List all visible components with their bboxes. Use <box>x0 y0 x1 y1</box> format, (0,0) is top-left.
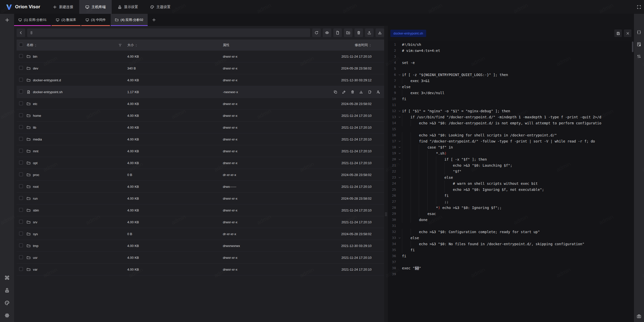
select-all-checkbox[interactable] <box>19 43 23 47</box>
fold-chevron-icon[interactable] <box>397 144 402 150</box>
sort-icon[interactable] <box>369 44 372 47</box>
upload-button[interactable] <box>365 28 374 37</box>
camera-icon[interactable] <box>637 314 641 318</box>
row-checkbox[interactable] <box>19 184 23 188</box>
row-checkbox[interactable] <box>19 161 23 164</box>
fold-chevron-icon[interactable] <box>397 138 402 144</box>
row-checkbox[interactable] <box>19 196 23 200</box>
file-row-bin[interactable]: bin4.00 KBdrwxr-xr-x2021-11-24 17:20:10 <box>17 51 384 62</box>
gear-icon[interactable] <box>5 313 10 318</box>
file-row-home[interactable]: home4.00 KBdrwxr-xr-x2021-11-24 17:20:10 <box>17 110 384 122</box>
sidebar-new-button[interactable] <box>0 14 14 26</box>
row-checkbox[interactable] <box>19 149 23 153</box>
move-icon[interactable] <box>368 90 372 94</box>
command-icon[interactable] <box>5 275 10 280</box>
sort-icon[interactable] <box>135 44 138 47</box>
file-row-var[interactable]: var4.00 KBdrwxr-xr-x2021-11-24 17:20:10 <box>17 264 384 275</box>
terminal-tab-3[interactable]: (3) 中间件 <box>81 14 110 26</box>
row-checkbox[interactable] <box>19 78 23 82</box>
divider-handle-icon[interactable] <box>385 212 387 216</box>
palette-icon[interactable] <box>5 300 10 305</box>
filter-icon[interactable] <box>118 44 122 47</box>
fold-chevron-icon[interactable] <box>397 72 402 78</box>
fold-chevron-icon[interactable] <box>397 84 402 90</box>
row-checkbox[interactable] <box>19 90 23 93</box>
open-file-tab[interactable]: docker-entrypoint.sh <box>390 30 426 37</box>
terminal-tab-4[interactable]: (4) 应用-分析02 <box>111 14 147 26</box>
file-row-etc[interactable]: etc4.00 KBdrwxr-xr-x2024-05-28 23:58:02 <box>17 98 384 110</box>
new-folder-button[interactable] <box>344 28 352 37</box>
editor-scrollbar[interactable] <box>632 42 633 52</box>
fold-chevron-icon[interactable] <box>397 108 402 114</box>
file-row-root[interactable]: root4.00 KBdrwx------2021-11-24 17:20:10 <box>17 181 384 193</box>
new-file-button[interactable] <box>333 28 342 37</box>
doc-bookmark-icon[interactable] <box>637 42 641 47</box>
swap-vertical-icon[interactable] <box>637 54 641 59</box>
file-row-sys[interactable]: sys0 Bdr-xr-xr-x2024-05-28 23:58:02 <box>17 228 384 240</box>
nav-item-new-connection[interactable]: 新建连接 <box>47 0 79 14</box>
row-checkbox[interactable] <box>19 232 23 235</box>
row-checkbox[interactable] <box>19 208 23 212</box>
fold-chevron-icon[interactable] <box>397 150 402 156</box>
stamp-icon[interactable] <box>5 288 10 293</box>
column-name[interactable]: 名称 <box>27 43 127 47</box>
add-tab-button[interactable] <box>148 14 159 26</box>
fullscreen-icon[interactable] <box>637 5 641 9</box>
file-row-srv[interactable]: srv4.00 KBdrwxr-xr-x2021-11-24 17:20:10 <box>17 216 384 228</box>
row-checkbox[interactable] <box>19 54 23 58</box>
file-row-usr[interactable]: usr4.00 KBdrwxr-xr-x2021-11-24 17:20:10 <box>17 252 384 264</box>
path-list-icon[interactable] <box>30 31 33 34</box>
file-row-proc[interactable]: proc0 Bdr-xr-xr-x2024-05-28 23:58:02 <box>17 169 384 181</box>
file-row-sbin[interactable]: sbin4.00 KBdrwxr-xr-x2021-11-24 17:20:10 <box>17 204 384 216</box>
close-editor-button[interactable] <box>624 29 631 37</box>
braces-icon[interactable] <box>637 30 641 34</box>
nav-item-host-terminal[interactable]: 主机终端 <box>79 0 112 14</box>
row-checkbox[interactable] <box>19 267 23 271</box>
file-row-run[interactable]: run4.00 KBdrwxr-xr-x2024-05-28 23:58:02 <box>17 193 384 204</box>
terminal-tab-2[interactable]: (2) 数据库 <box>52 14 80 26</box>
fold-chevron-icon[interactable] <box>397 156 402 162</box>
row-checkbox[interactable] <box>19 66 23 70</box>
code-text: find "/docker-entrypoint.d/" -follow -ty… <box>402 138 595 144</box>
row-checkbox[interactable] <box>19 113 23 117</box>
refresh-button[interactable] <box>312 28 321 37</box>
path-input[interactable] <box>35 31 308 35</box>
terminal-tab-1[interactable]: (1) 应用-分析01 <box>14 14 51 26</box>
nav-item-display-settings[interactable]: 显示设置 <box>112 0 144 14</box>
column-mtime[interactable]: 修改时间 <box>329 43 384 47</box>
row-checkbox[interactable] <box>19 172 23 176</box>
file-row-lib[interactable]: lib4.00 KBdrwxr-xr-x2021-11-24 17:20:10 <box>17 122 384 133</box>
download-icon[interactable] <box>359 90 363 94</box>
panel-divider[interactable] <box>384 26 388 322</box>
sort-icon[interactable] <box>34 44 37 47</box>
file-row-docker-entrypoint.d[interactable]: docker-entrypoint.d4.00 KBdrwxr-xr-x2021… <box>17 74 384 86</box>
fold-chevron-icon[interactable] <box>397 235 402 241</box>
file-row-mnt[interactable]: mnt4.00 KBdrwxr-xr-x2021-11-24 17:20:10 <box>17 145 384 157</box>
delete-icon[interactable] <box>351 90 354 94</box>
back-button[interactable] <box>17 28 25 37</box>
column-size[interactable]: 大小 <box>127 43 223 47</box>
file-row-opt[interactable]: opt4.00 KBdrwxr-xr-x2021-11-24 17:20:10 <box>17 157 384 169</box>
row-checkbox[interactable] <box>19 220 23 224</box>
file-row-media[interactable]: media4.00 KBdrwxr-xr-x2021-11-24 17:20:1… <box>17 133 384 145</box>
row-checkbox[interactable] <box>19 125 23 129</box>
permission-icon[interactable] <box>376 90 380 94</box>
nav-item-theme-settings[interactable]: 主题设置 <box>144 0 177 14</box>
row-checkbox[interactable] <box>19 243 23 247</box>
edit-icon[interactable] <box>342 90 346 94</box>
delete-button[interactable] <box>354 28 363 37</box>
eye-button[interactable] <box>323 28 331 37</box>
download-button[interactable] <box>376 28 384 37</box>
row-checkbox[interactable] <box>19 137 23 141</box>
save-button[interactable] <box>614 29 622 37</box>
code-area[interactable]: 1#!/bin/sh2# vim:sw=4:ts=4:et34set -e56i… <box>388 41 634 322</box>
file-row-tmp[interactable]: tmp4.00 KBdrwxrwxrwx2021-12-30 03:29:10 <box>17 240 384 252</box>
file-row-docker-entrypoint.sh[interactable]: docker-entrypoint.sh1.17 KB-rwxrwxr-x <box>17 86 384 98</box>
brand[interactable]: Orion Visor <box>0 0 47 14</box>
file-row-dev[interactable]: dev340 Bdrwxr-xr-x2024-05-28 23:58:02 <box>17 62 384 74</box>
row-checkbox[interactable] <box>19 255 23 259</box>
row-checkbox[interactable] <box>19 101 23 105</box>
fold-chevron-icon[interactable] <box>397 174 402 181</box>
copy-icon[interactable] <box>334 90 337 94</box>
fold-chevron-icon[interactable] <box>397 114 402 120</box>
